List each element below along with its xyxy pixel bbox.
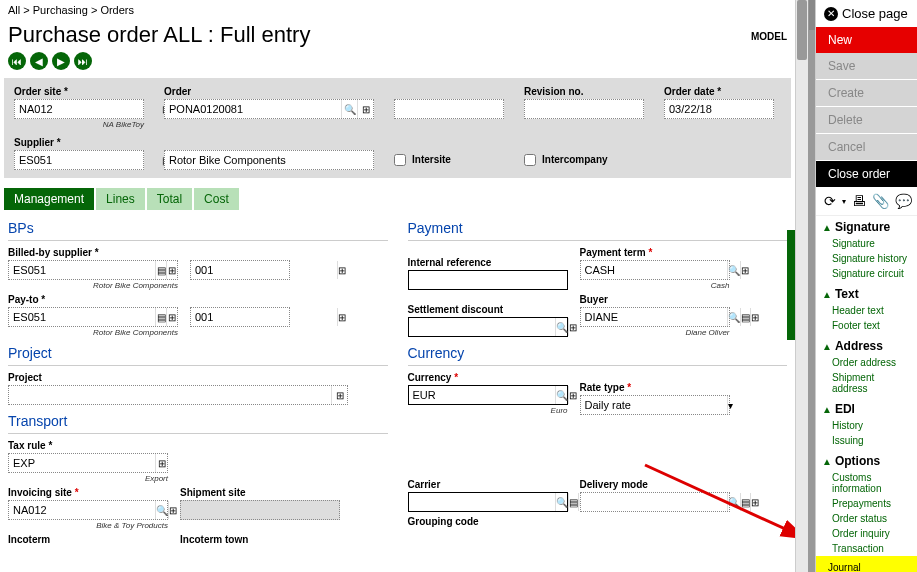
billed-by-code-input[interactable] (191, 264, 337, 276)
close-order-button[interactable]: Close order (816, 161, 917, 187)
section-edi[interactable]: ▲EDI (816, 400, 917, 418)
lookup-icon[interactable]: ⊞ (166, 308, 177, 326)
revision-input[interactable] (525, 103, 671, 115)
section-address[interactable]: ▲Address (816, 337, 917, 355)
delete-button[interactable]: Delete (816, 107, 917, 134)
breadcrumb-orders[interactable]: Orders (100, 4, 134, 16)
invoicing-site-input[interactable] (9, 504, 155, 516)
shipment-site-label: Shipment site (180, 487, 340, 498)
card-icon[interactable]: ▤ (568, 493, 578, 511)
rate-type-input[interactable] (581, 399, 727, 411)
link-prepayments[interactable]: Prepayments (816, 496, 917, 511)
card-icon[interactable]: ▤ (155, 261, 166, 279)
breadcrumb-all[interactable]: All (8, 4, 20, 16)
refresh-icon[interactable]: ⟳ (824, 193, 836, 209)
lookup-icon[interactable]: ⊞ (750, 308, 759, 326)
lookup-icon[interactable]: ⊞ (568, 318, 577, 336)
intersite-checkbox[interactable] (394, 154, 406, 166)
nav-last-icon[interactable]: ⏭ (74, 52, 92, 70)
new-button[interactable]: New (816, 27, 917, 53)
attach-icon[interactable]: 📎 (872, 193, 889, 209)
link-order-address[interactable]: Order address (816, 355, 917, 370)
link-transaction[interactable]: Transaction (816, 541, 917, 556)
link-signature[interactable]: Signature (816, 236, 917, 251)
lookup-icon[interactable]: ⊞ (168, 501, 177, 519)
lookup-icon[interactable]: ⊞ (337, 308, 346, 326)
print-icon[interactable]: 🖶 (852, 193, 866, 209)
carrier-input[interactable] (409, 496, 555, 508)
lookup-icon[interactable]: ⊞ (357, 100, 373, 118)
nav-prev-icon[interactable]: ◀ (30, 52, 48, 70)
order-date-label: Order date * (664, 86, 774, 97)
search-icon[interactable]: 🔍 (555, 386, 568, 404)
search-icon[interactable]: 🔍 (555, 318, 568, 336)
buyer-input[interactable] (581, 311, 727, 323)
section-signature[interactable]: ▲Signature (816, 218, 917, 236)
lookup-icon[interactable]: ⊞ (740, 261, 749, 279)
link-issuing[interactable]: Issuing (816, 433, 917, 448)
link-shipment-address[interactable]: Shipment address (816, 370, 917, 396)
search-icon[interactable]: 🔍 (555, 493, 568, 511)
tab-cost[interactable]: Cost (194, 188, 239, 210)
order-input[interactable] (165, 103, 341, 115)
nav-first-icon[interactable]: ⏮ (8, 52, 26, 70)
pay-to-hint: Rotor Bike Components (8, 328, 178, 337)
cancel-button[interactable]: Cancel (816, 134, 917, 161)
link-header-text[interactable]: Header text (816, 303, 917, 318)
payment-term-input[interactable] (581, 264, 727, 276)
order-site-label: Order site * (14, 86, 144, 97)
dropdown-icon[interactable]: ▾ (727, 396, 733, 414)
lookup-icon[interactable]: ⊞ (337, 261, 346, 279)
pay-to-code-input[interactable] (191, 311, 337, 323)
tab-lines[interactable]: Lines (96, 188, 145, 210)
breadcrumb-purchasing[interactable]: Purchasing (33, 4, 88, 16)
link-customs-info[interactable]: Customs information (816, 470, 917, 496)
chat-icon[interactable]: 💬 (895, 193, 912, 209)
lookup-icon[interactable]: ⊞ (750, 493, 759, 511)
search-icon[interactable]: 🔍 (155, 501, 168, 519)
search-icon[interactable]: 🔍 (727, 261, 740, 279)
billed-by-input[interactable] (9, 264, 155, 276)
order-extra-input[interactable] (395, 103, 541, 115)
card-icon[interactable]: ▤ (155, 308, 166, 326)
link-journal-traceability[interactable]: Journal traceability (816, 556, 917, 572)
link-signature-history[interactable]: Signature history (816, 251, 917, 266)
lookup-icon[interactable]: ⊞ (568, 386, 577, 404)
lookup-icon[interactable]: ⊞ (166, 261, 177, 279)
link-order-inquiry[interactable]: Order inquiry (816, 526, 917, 541)
internal-ref-input[interactable] (409, 274, 567, 286)
tax-rule-input[interactable] (9, 457, 155, 469)
project-input[interactable] (9, 389, 331, 401)
link-history[interactable]: History (816, 418, 917, 433)
order-date-input[interactable] (665, 103, 795, 115)
link-footer-text[interactable]: Footer text (816, 318, 917, 333)
settlement-input[interactable] (409, 321, 555, 333)
card-icon[interactable]: ▤ (740, 493, 750, 511)
create-button[interactable]: Create (816, 80, 917, 107)
intercompany-checkbox[interactable] (524, 154, 536, 166)
card-icon[interactable]: ▤ (740, 308, 750, 326)
close-page-button[interactable]: ✕ Close page (816, 0, 917, 27)
supplier-name-input[interactable] (165, 154, 373, 166)
search-icon[interactable]: 🔍 (727, 493, 740, 511)
scrollbar-left[interactable] (795, 0, 809, 572)
supplier-input[interactable] (15, 154, 161, 166)
link-signature-circuit[interactable]: Signature circuit (816, 266, 917, 281)
expand-bar[interactable] (787, 230, 795, 340)
pay-to-input[interactable] (9, 311, 155, 323)
search-icon[interactable]: 🔍 (341, 100, 357, 118)
delivery-mode-input[interactable] (581, 496, 727, 508)
tab-management[interactable]: Management (4, 188, 94, 210)
tab-total[interactable]: Total (147, 188, 192, 210)
section-text[interactable]: ▲Text (816, 285, 917, 303)
order-site-input[interactable] (15, 103, 161, 115)
lookup-icon[interactable]: ⊞ (331, 386, 347, 404)
shipment-site-input[interactable] (181, 504, 339, 516)
nav-next-icon[interactable]: ▶ (52, 52, 70, 70)
section-options[interactable]: ▲Options (816, 452, 917, 470)
search-icon[interactable]: 🔍 (727, 308, 740, 326)
lookup-icon[interactable]: ⊞ (155, 454, 167, 472)
save-button[interactable]: Save (816, 53, 917, 80)
link-order-status[interactable]: Order status (816, 511, 917, 526)
currency-input[interactable] (409, 389, 555, 401)
